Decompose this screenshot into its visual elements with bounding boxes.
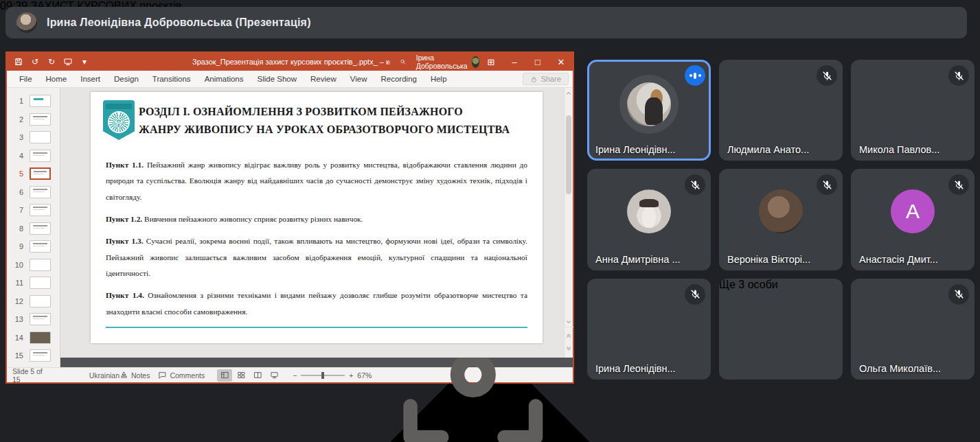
participant-tile[interactable]: Микола Павлов... xyxy=(851,60,975,161)
slide-scrollbar[interactable] xyxy=(564,88,573,358)
share-icon xyxy=(530,75,538,83)
ribbon-display-icon[interactable]: ⊞ xyxy=(479,53,503,71)
presenter-banner: Ірина Леонідівна Добровольська (Презента… xyxy=(5,7,967,38)
ribbon-tab-view[interactable]: View xyxy=(343,71,374,87)
previous-slide-icon[interactable] xyxy=(565,330,573,340)
participant-tile[interactable]: А Анастасія Дмит... xyxy=(851,169,975,270)
slide-thumbnail-8[interactable]: 8 xyxy=(7,220,60,238)
overflow-participants-tile[interactable]: Ще 3 особи xyxy=(719,279,843,380)
thumbnail-preview[interactable] xyxy=(30,113,51,126)
thumbnail-preview[interactable] xyxy=(30,95,51,107)
thumbnail-preview[interactable] xyxy=(30,186,51,198)
share-button[interactable]: Share xyxy=(523,73,569,85)
thumbnail-preview[interactable] xyxy=(30,313,51,325)
ribbon-tab-slide-show[interactable]: Slide Show xyxy=(251,71,304,87)
thumbnail-preview[interactable] xyxy=(30,131,51,143)
thumbnail-number: 10 xyxy=(14,261,23,269)
notes-toggle[interactable]: Notes xyxy=(119,371,150,380)
ribbon-tab-help[interactable]: Help xyxy=(424,71,454,87)
thumbnail-preview[interactable] xyxy=(30,349,51,362)
slide-5[interactable]: РОЗДІЛ І. ОЗНАЙОМЛЕННЯ З РОЗВИТКОМ ПЕЙЗА… xyxy=(91,92,543,343)
slide-thumbnail-1[interactable]: 1 xyxy=(7,92,60,110)
participant-tile[interactable]: Ірина Леонідівн... xyxy=(587,279,711,380)
zoom-out-icon[interactable]: − xyxy=(293,371,297,380)
minimize-icon[interactable]: – xyxy=(503,53,526,71)
thumbnail-preview[interactable] xyxy=(30,150,51,162)
participant-name: Анастасія Дмит... xyxy=(859,254,938,265)
slide-thumbnail-4[interactable]: 4 xyxy=(7,147,60,165)
scroll-up-icon[interactable] xyxy=(565,88,573,98)
scroll-down-icon[interactable] xyxy=(565,316,573,327)
zoom-in-icon[interactable]: + xyxy=(349,371,353,380)
slide-thumbnail-11[interactable]: 11 xyxy=(7,274,60,292)
slide-thumbnail-15[interactable]: 15 xyxy=(7,347,60,365)
account-avatar[interactable] xyxy=(472,56,479,68)
comments-toggle[interactable]: Comments xyxy=(158,371,205,380)
thumbnail-number: 7 xyxy=(14,206,23,214)
participant-name: Микола Павлов... xyxy=(859,144,939,155)
thumbnail-preview[interactable] xyxy=(30,240,51,253)
thumbnail-preview[interactable] xyxy=(30,295,51,307)
slide-thumbnail-5[interactable]: 5 xyxy=(7,165,60,183)
slide-thumbnail-12[interactable]: 12 xyxy=(7,292,60,311)
slide-sorter-button[interactable] xyxy=(233,369,249,382)
slide-thumbnail-6[interactable]: 6 xyxy=(7,183,60,202)
scrollbar-track[interactable] xyxy=(565,98,573,316)
thumbnail-preview[interactable] xyxy=(30,167,51,180)
undo-icon[interactable]: ↺ xyxy=(30,57,40,67)
ribbon-tab-animations[interactable]: Animations xyxy=(198,71,251,87)
reading-view-button[interactable] xyxy=(250,369,265,382)
close-icon[interactable]: ✕ xyxy=(549,53,573,71)
ppt-ribbon-tabs: FileHomeInsertDesignTransitionsAnimation… xyxy=(7,71,573,88)
thumbnail-number: 9 xyxy=(14,242,23,251)
participant-name: Ірина Леонідівн... xyxy=(595,363,676,374)
ribbon-tab-transitions[interactable]: Transitions xyxy=(146,71,198,87)
save-icon[interactable] xyxy=(14,57,23,67)
ribbon-tab-recording[interactable]: Recording xyxy=(374,71,424,87)
document-title: Зразок_Презентація захист курсових проєк… xyxy=(192,58,390,66)
thumbnail-preview[interactable] xyxy=(30,332,51,344)
thumbnail-preview[interactable] xyxy=(30,204,51,216)
slide-thumbnail-2[interactable]: 2 xyxy=(7,110,60,129)
slide-thumbnail-10[interactable]: 10 xyxy=(7,256,60,275)
participant-tile[interactable]: Людмила Анато... xyxy=(719,60,843,161)
ribbon-tab-insert[interactable]: Insert xyxy=(73,71,107,87)
participant-tile[interactable]: Ольга Миколаїв... xyxy=(851,279,975,380)
participant-tile[interactable]: Вероніка Вікторі... xyxy=(719,169,843,270)
overflow-count-label: Ще 3 особи xyxy=(719,279,843,291)
slide-thumbnail-14[interactable]: 14 xyxy=(7,329,60,347)
redo-icon[interactable]: ↻ xyxy=(47,57,56,67)
zoom-level[interactable]: 67% xyxy=(357,371,375,380)
search-icon[interactable] xyxy=(400,57,406,67)
slide-thumbnail-3[interactable]: 3 xyxy=(7,128,60,147)
thumbnail-preview[interactable] xyxy=(30,222,51,235)
slide-thumbnail-13[interactable]: 13 xyxy=(7,310,60,329)
thumbnail-preview[interactable] xyxy=(30,277,51,289)
ppt-title-bar[interactable]: ↺ ↻ ▾ Зразок_Презентація захист курсових… xyxy=(7,53,573,71)
normal-view-button[interactable] xyxy=(217,369,232,382)
slideshow-view-button[interactable] xyxy=(266,369,282,382)
slide-thumbnail-panel[interactable]: 123456789101112131415 xyxy=(7,88,60,367)
mic-muted-icon xyxy=(948,284,969,305)
slide-thumbnail-7[interactable]: 7 xyxy=(7,201,60,220)
zoom-slider[interactable] xyxy=(301,375,345,376)
participant-tile[interactable]: Ірина Леонідівн... xyxy=(587,60,711,161)
next-slide-icon[interactable] xyxy=(565,343,573,353)
maximize-icon[interactable]: □ xyxy=(526,53,549,71)
ribbon-tab-home[interactable]: Home xyxy=(39,71,74,87)
slide-divider-line xyxy=(106,327,527,328)
presenter-name: Ірина Леонідівна Добровольська (Презента… xyxy=(47,16,311,29)
thumbnail-number: 14 xyxy=(14,334,23,342)
ribbon-tab-design[interactable]: Design xyxy=(107,71,146,87)
customize-qat-icon[interactable]: ▾ xyxy=(80,57,89,67)
slideshow-icon[interactable] xyxy=(63,57,73,67)
thumbnail-preview[interactable] xyxy=(30,259,51,271)
scrollbar-thumb[interactable] xyxy=(566,115,571,194)
slide-thumbnail-9[interactable]: 9 xyxy=(7,237,60,256)
quick-access-toolbar: ↺ ↻ ▾ xyxy=(7,57,96,67)
ribbon-tab-file[interactable]: File xyxy=(12,71,39,87)
ribbon-tab-review[interactable]: Review xyxy=(304,71,343,87)
account-name[interactable]: Ірина Добровольська xyxy=(416,54,468,70)
language-indicator[interactable]: Ukrainian xyxy=(89,371,119,380)
participant-tile[interactable]: Анна Дмитрівна ... xyxy=(587,169,711,270)
